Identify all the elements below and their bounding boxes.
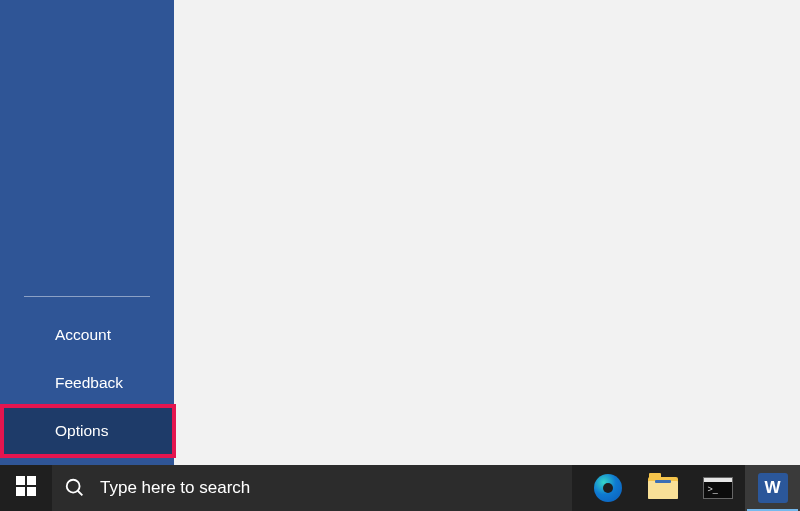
start-button[interactable] — [0, 465, 52, 511]
svg-rect-1 — [27, 476, 36, 485]
taskbar-app-command-prompt[interactable]: >_ — [690, 465, 745, 511]
command-prompt-icon: >_ — [703, 477, 733, 499]
sidebar-divider — [24, 296, 150, 297]
word-icon: W — [758, 473, 788, 503]
sidebar-item-label: Options — [55, 422, 108, 439]
svg-rect-3 — [27, 487, 36, 496]
svg-rect-2 — [16, 487, 25, 496]
taskbar-app-file-explorer[interactable] — [635, 465, 690, 511]
taskbar-app-edge[interactable] — [580, 465, 635, 511]
file-explorer-icon — [648, 477, 678, 499]
svg-line-5 — [78, 491, 83, 496]
svg-rect-0 — [16, 476, 25, 485]
search-icon — [64, 477, 86, 499]
taskbar: >_ W — [0, 465, 800, 511]
windows-logo-icon — [16, 476, 36, 500]
svg-point-4 — [67, 480, 80, 493]
sidebar-item-feedback[interactable]: Feedback — [0, 359, 174, 407]
taskbar-app-word[interactable]: W — [745, 465, 800, 511]
taskbar-pinned-apps: >_ W — [580, 465, 800, 511]
sidebar-item-label: Account — [55, 326, 111, 343]
backstage-sidebar: Account Feedback Options — [0, 0, 174, 465]
edge-icon — [594, 474, 622, 502]
sidebar-item-options[interactable]: Options — [0, 407, 174, 455]
backstage-content — [174, 0, 800, 465]
search-input[interactable] — [100, 478, 560, 498]
sidebar-item-account[interactable]: Account — [0, 311, 174, 359]
sidebar-item-label: Feedback — [55, 374, 123, 391]
taskbar-search[interactable] — [52, 465, 572, 511]
